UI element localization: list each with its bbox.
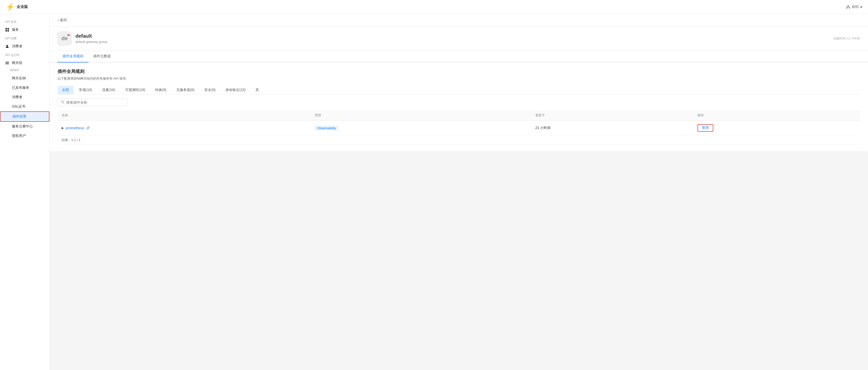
svg-point-0: [848, 5, 849, 7]
back-button[interactable]: ‹ 返回: [58, 18, 860, 22]
org-label: 组织: [852, 5, 859, 9]
plugin-section-title: 插件全局规则: [58, 68, 860, 74]
filter-tab-security[interactable]: 安全(9): [200, 86, 220, 94]
disable-button[interactable]: 禁用: [702, 126, 709, 130]
sidebar-item-services-label: 服务: [12, 28, 19, 32]
sidebar-item-gateway-instance[interactable]: 网关实例: [0, 74, 50, 83]
org-button[interactable]: 组织 ▾: [846, 5, 862, 9]
sidebar-item-auth-users[interactable]: 授权用户: [0, 131, 50, 141]
app-icon: de ✏: [58, 32, 71, 45]
sidebar-item-consumers2[interactable]: 消费者: [0, 93, 50, 102]
back-label: 返回: [60, 18, 67, 22]
filter-tab-observability-label: 可观测性(19): [125, 88, 145, 92]
svg-line-14: [63, 103, 64, 104]
sidebar-section-api-publish: API 发布: [0, 18, 50, 25]
table-wrapper: 名称 类型 更新于 操作 ▶ prometheus: [58, 110, 860, 145]
svg-point-9: [6, 45, 8, 46]
filter-tab-other-label: 其: [255, 88, 259, 92]
result-text: 结果：1-1 / 1: [58, 135, 860, 145]
consumers2-icon: [5, 95, 9, 99]
ssl-icon: [5, 104, 9, 109]
chevron-left-icon: ‹: [58, 18, 59, 22]
tab-plugin-metadata[interactable]: 插件元数据: [88, 51, 116, 63]
sidebar-item-services[interactable]: 服务: [0, 25, 50, 34]
sidebar: API 发布 服务 API 消费 消费者 API 运行时: [0, 14, 50, 370]
svg-point-13: [61, 101, 64, 103]
chevron-down-icon: ▾: [860, 5, 862, 9]
result-row: 结果：1-1 / 1: [58, 135, 860, 145]
filter-tab-serverless-label: 无服务器(6): [176, 88, 194, 92]
app-description: default gateway group: [75, 40, 107, 44]
filter-tab-observability[interactable]: 可观测性(19): [121, 86, 150, 94]
consumer-icon: [5, 44, 9, 48]
sidebar-item-auth-users-label: 授权用户: [12, 134, 26, 138]
filter-tab-security-label: 安全(9): [204, 88, 216, 92]
plugin-section-subtitle: 以下配置将影响网关组内的所有服务和 API 请求。: [58, 76, 860, 81]
filter-tab-all[interactable]: 全部: [58, 86, 73, 94]
filter-tab-flow-label: 流量(16): [102, 88, 115, 92]
auth-users-icon: [5, 134, 9, 138]
sidebar-item-gateway-group-label: 网关组: [12, 61, 22, 65]
plugin-table: 名称 类型 更新于 操作 ▶ prometheus: [58, 110, 860, 145]
org-icon: [846, 5, 850, 9]
sidebar-item-plugin-settings[interactable]: 插件设置: [0, 111, 50, 122]
svg-line-4: [848, 6, 849, 7]
plugin-name-link[interactable]: prometheus: [66, 126, 84, 130]
tab-plugin-global-label: 插件全局规则: [63, 54, 84, 58]
table-cell-name: ▶ prometheus 🔗: [58, 121, 311, 135]
sidebar-item-service-registry[interactable]: 服务注册中心: [0, 122, 50, 131]
app-name: default: [75, 33, 107, 39]
col-header-type: 类型: [311, 110, 531, 121]
expand-icon[interactable]: ▶: [62, 126, 64, 130]
sidebar-gateway-sub: default: [0, 68, 50, 74]
published-services-icon: [5, 86, 9, 90]
svg-rect-12: [5, 64, 9, 64]
service-registry-icon: [5, 124, 9, 129]
sidebar-item-consumers[interactable]: 消费者: [0, 42, 50, 51]
plugin-name-cell: ▶ prometheus 🔗: [62, 126, 307, 130]
sidebar-section-api-consume: API 消费: [0, 34, 50, 42]
sidebar-item-consumers2-label: 消费者: [12, 95, 22, 99]
plugin-settings-icon: [5, 114, 10, 119]
app-info: de ✏ default default gateway group: [58, 32, 107, 45]
svg-point-2: [849, 7, 850, 8]
type-tag: Observability: [315, 126, 338, 130]
filter-tab-normal[interactable]: 常规(10): [74, 86, 97, 94]
sidebar-item-published-services[interactable]: 已发布服务: [0, 83, 50, 93]
filter-tab-all-label: 全部: [62, 88, 69, 92]
content-area: ‹ 返回 de ✏ default default gateway group …: [50, 14, 868, 370]
filter-tab-other[interactable]: 其: [251, 86, 264, 94]
logo-area: ⚡ 企业版: [6, 3, 28, 11]
col-header-name: 名称: [58, 110, 311, 121]
svg-rect-10: [5, 62, 9, 62]
filter-tab-flow[interactable]: 流量(16): [98, 86, 120, 94]
main-layout: API 发布 服务 API 消费 消费者 API 运行时: [0, 14, 868, 370]
svg-rect-8: [7, 30, 9, 32]
table-cell-type: Observability: [311, 121, 531, 135]
gateway-group-icon: [5, 61, 9, 65]
sidebar-item-ssl[interactable]: SSL证书: [0, 102, 50, 111]
search-bar: [58, 98, 127, 106]
search-input[interactable]: [66, 100, 124, 104]
table-cell-action: 禁用: [693, 121, 860, 135]
gateway-instance-icon: [5, 76, 9, 80]
filter-tab-serverless[interactable]: 无服务器(6): [172, 86, 199, 94]
table-header-row: 名称 类型 更新于 操作: [58, 110, 860, 121]
filter-tabs: 全部 常规(10) 流量(16) 可观测性(19) 转换(9) 无服务器(6): [58, 86, 860, 95]
filter-tab-auth[interactable]: 身份验证(15): [221, 86, 250, 94]
svg-rect-7: [5, 30, 7, 32]
sidebar-item-gateway-group[interactable]: 网关组: [0, 58, 50, 68]
sidebar-item-published-services-label: 已发布服务: [12, 86, 29, 90]
app-header: de ✏ default default gateway group 创建时间:…: [50, 27, 868, 51]
link-icon[interactable]: 🔗: [86, 126, 90, 130]
sidebar-item-gateway-instance-label: 网关实例: [12, 76, 26, 80]
table-row: ▶ prometheus 🔗 Observability 21 小时前: [58, 121, 860, 135]
svg-point-1: [846, 7, 847, 8]
plugin-content: 插件全局规则 以下配置将影响网关组内的所有服务和 API 请求。 全部 常规(1…: [50, 63, 868, 151]
lightning-icon: ⚡: [6, 3, 14, 11]
col-header-updated-at: 更新于: [531, 110, 693, 121]
filter-tab-transform[interactable]: 转换(9): [151, 86, 171, 94]
sidebar-item-plugin-settings-label: 插件设置: [12, 114, 26, 119]
table-cell-updated-at: 21 小时前: [531, 121, 693, 135]
tab-plugin-global[interactable]: 插件全局规则: [58, 51, 88, 63]
